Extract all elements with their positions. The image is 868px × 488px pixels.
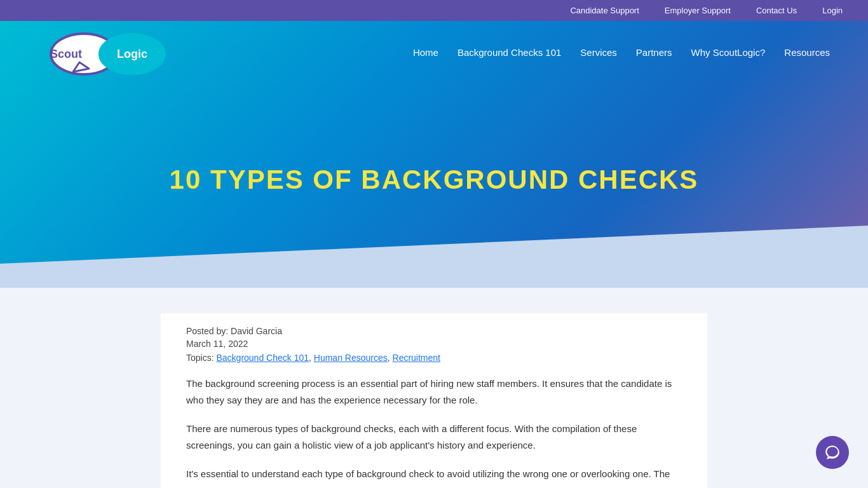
hero-title-wrap: 10 TYPES OF BACKGROUND CHECKS — [0, 85, 868, 288]
employer-support-link[interactable]: Employer Support — [652, 0, 743, 21]
post-topics: Topics: Background Check 101, Human Reso… — [186, 353, 682, 363]
chat-widget[interactable] — [816, 436, 849, 469]
nav-home[interactable]: Home — [413, 47, 438, 58]
candidate-support-link[interactable]: Candidate Support — [557, 0, 651, 21]
topic-background-check-101[interactable]: Background Check 101 — [216, 353, 309, 363]
post-meta: Posted by: David Garcia March 11, 2022 T… — [186, 326, 682, 363]
paragraph-1: The background screening process is an e… — [186, 376, 682, 408]
chat-icon — [824, 444, 841, 461]
nav-links: Home Background Checks 101 Services Part… — [413, 47, 830, 58]
topic-human-resources[interactable]: Human Resources — [314, 353, 388, 363]
svg-text:Scout: Scout — [50, 48, 82, 60]
hero-section: Scout Logic Home Background Checks 101 S… — [0, 21, 868, 288]
nav-why-scoutlogic[interactable]: Why ScoutLogic? — [691, 47, 766, 58]
top-bar: Candidate Support Employer Support Conta… — [0, 0, 868, 21]
svg-text:Logic: Logic — [117, 48, 147, 60]
content-area: Posted by: David Garcia March 11, 2022 T… — [0, 288, 868, 488]
page-title: 10 TYPES OF BACKGROUND CHECKS — [170, 165, 699, 195]
author-name: David Garcia — [231, 326, 282, 336]
main-nav: Scout Logic Home Background Checks 101 S… — [0, 21, 868, 85]
content-inner: Posted by: David Garcia March 11, 2022 T… — [161, 313, 707, 488]
paragraph-2: There are numerous types of background c… — [186, 421, 682, 453]
site-logo[interactable]: Scout Logic — [38, 27, 178, 78]
post-author: Posted by: David Garcia — [186, 326, 682, 336]
nav-background-checks[interactable]: Background Checks 101 — [458, 47, 561, 58]
login-link[interactable]: Login — [810, 0, 855, 21]
topic-recruitment[interactable]: Recruitment — [393, 353, 440, 363]
post-body: The background screening process is an e… — [186, 376, 682, 482]
paragraph-3: It's essential to understand each type o… — [186, 466, 682, 482]
nav-resources[interactable]: Resources — [784, 47, 830, 58]
post-date: March 11, 2022 — [186, 339, 682, 349]
contact-us-link[interactable]: Contact Us — [743, 0, 810, 21]
logo-wrap: Scout Logic — [38, 27, 178, 78]
nav-partners[interactable]: Partners — [636, 47, 672, 58]
nav-services[interactable]: Services — [580, 47, 617, 58]
